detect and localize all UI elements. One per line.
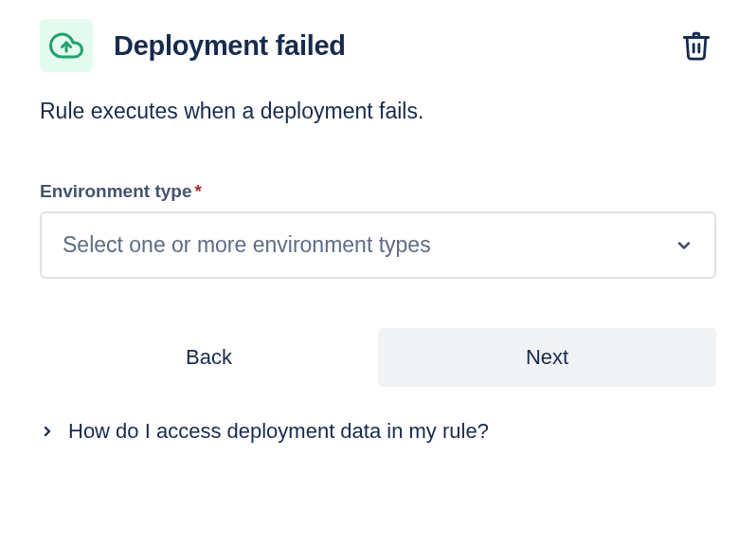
rule-description: Rule executes when a deployment fails. <box>40 99 716 124</box>
header-row: Deployment failed <box>40 19 716 72</box>
help-question: How do I access deployment data in my ru… <box>68 419 489 444</box>
select-placeholder: Select one or more environment types <box>63 232 431 258</box>
help-disclosure[interactable]: How do I access deployment data in my ru… <box>40 415 716 448</box>
environment-type-field: Environment type* Select one or more env… <box>40 181 716 279</box>
field-label-text: Environment type <box>40 181 191 201</box>
page-title: Deployment failed <box>114 30 346 62</box>
button-row: Back Next <box>40 328 716 387</box>
chevron-right-icon <box>40 424 55 439</box>
chevron-down-icon <box>675 236 693 255</box>
trigger-icon-tile <box>40 19 93 72</box>
header-left: Deployment failed <box>40 19 346 72</box>
trash-icon <box>680 29 712 62</box>
field-label: Environment type* <box>40 181 716 202</box>
required-indicator: * <box>194 181 201 201</box>
back-button[interactable]: Back <box>40 328 378 387</box>
delete-button[interactable] <box>676 26 716 65</box>
next-button[interactable]: Next <box>378 328 716 387</box>
environment-type-select[interactable]: Select one or more environment types <box>40 211 716 279</box>
cloud-upload-icon <box>49 28 83 63</box>
